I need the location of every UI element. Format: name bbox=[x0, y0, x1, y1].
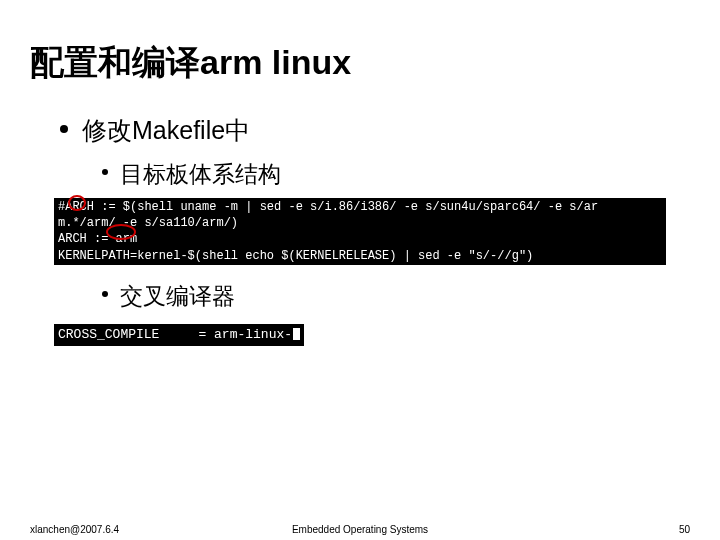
slide-title: 配置和编译arm linux bbox=[30, 40, 690, 86]
bullet-l2b-text: 交叉编译器 bbox=[120, 281, 235, 312]
code-line: ARCH := arm bbox=[58, 231, 662, 247]
slide: 配置和编译arm linux 修改Makefile中 目标板体系结构 #ARCH… bbox=[0, 0, 720, 540]
bullet-level2-b: 交叉编译器 bbox=[102, 281, 690, 312]
footer-page-number: 50 bbox=[679, 524, 690, 535]
code-line: #ARCH := $(shell uname -m | sed -e s/i.8… bbox=[58, 199, 662, 215]
code-block-cross: CROSS_COMPILE = arm-linux- bbox=[54, 324, 304, 346]
footer-center: Embedded Operating Systems bbox=[0, 524, 720, 535]
code-line: KERNELPATH=kernel-$(shell echo $(KERNELR… bbox=[58, 248, 662, 264]
bullet-l2a-text: 目标板体系结构 bbox=[120, 159, 281, 190]
bullet-level1: 修改Makefile中 bbox=[60, 114, 690, 147]
bullet-level2-a: 目标板体系结构 bbox=[102, 159, 690, 190]
code-text: CROSS_COMPILE bbox=[58, 327, 159, 342]
code-block-cross-wrap: CROSS_COMPILE = arm-linux- bbox=[30, 320, 666, 362]
code-text: = arm-linux- bbox=[198, 327, 292, 342]
bullet-dot-icon bbox=[102, 169, 108, 175]
cursor-icon bbox=[293, 328, 300, 340]
bullet-l1-text: 修改Makefile中 bbox=[82, 114, 250, 147]
code-block-arch: #ARCH := $(shell uname -m | sed -e s/i.8… bbox=[54, 198, 666, 265]
bullet-dot-icon bbox=[60, 125, 68, 133]
code-line: m.*/arm/ -e s/sa110/arm/) bbox=[58, 215, 662, 231]
bullet-dot-icon bbox=[102, 291, 108, 297]
